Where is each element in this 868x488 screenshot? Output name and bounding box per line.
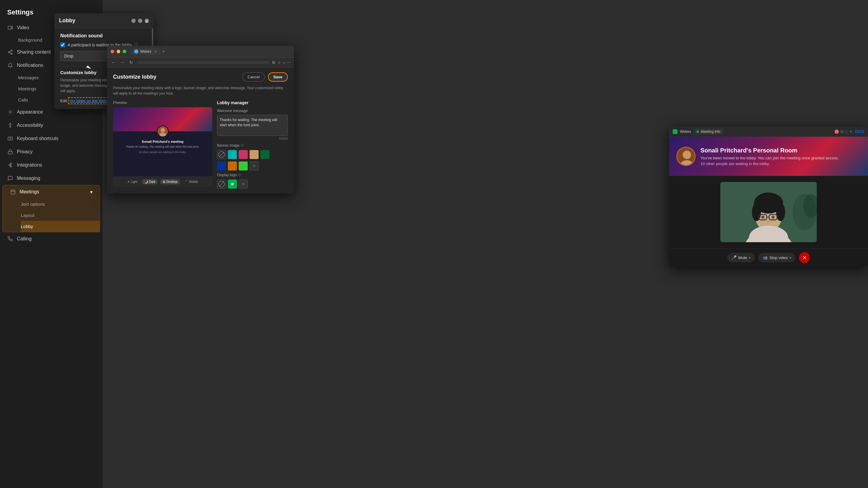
mute-label: Mute (738, 255, 747, 260)
svg-line-4 (9, 53, 11, 53)
nav-meetings-label: Meetings (20, 189, 39, 195)
video-chevron: ▾ (789, 256, 791, 259)
more-action-icon[interactable]: ⋯ (287, 60, 291, 65)
browser-titlebar: Webex ✕ + (107, 46, 294, 58)
meeting-video-area (669, 176, 868, 248)
color-swatch-blue-green[interactable] (228, 150, 237, 159)
preview-dark-btn[interactable]: 🌙 Dark (142, 179, 158, 184)
box-logo: box (855, 128, 864, 135)
color-swatch-pink[interactable] (239, 150, 248, 159)
meeting-window-controls: ⊟ □ ✕ box (835, 128, 864, 135)
customize-lobby-browser: Webex ✕ + ← → ↻ ⚙ ☆ ⌂ ⋯ Customize lobby … (107, 46, 294, 193)
save-button[interactable]: Save (268, 72, 288, 82)
preview-meeting-title: Sonali Pritchard's meeting (118, 140, 207, 143)
meeting-titlebar: Webex Meeting info ⊟ □ ✕ box (669, 127, 868, 137)
nav-item-keyboard-shortcuts[interactable]: Keyboard shortcuts (0, 132, 102, 145)
preview-section: Preview Sonali Pritchard's meeting (113, 100, 212, 189)
nav-item-messaging[interactable]: Messaging (0, 172, 102, 185)
browser-tab-webex[interactable]: Webex ✕ (131, 48, 160, 55)
home-action-icon[interactable]: ⌂ (283, 60, 285, 65)
browser-close-btn[interactable] (111, 50, 114, 53)
settings-action-icon[interactable]: ⚙ (272, 60, 276, 65)
preview-mobile-btn[interactable]: 📱 Mobile (182, 179, 200, 184)
color-swatch-tan[interactable] (250, 150, 258, 159)
privacy-icon (7, 149, 13, 155)
stop-video-button[interactable]: 📹 Stop video ▾ (758, 253, 795, 262)
refresh-btn[interactable]: ↻ (128, 59, 134, 65)
logo-options: W + (217, 180, 288, 189)
video-icon (7, 25, 13, 31)
lobby-modal-title: Lobby (59, 18, 75, 24)
nav-meetings-section: Meetings ▾ Join options Layout Lobby (2, 185, 100, 232)
notification-sound-title: Notification sound (60, 33, 148, 38)
meeting-room-title: Sonali Pritchard's Personal Room (701, 147, 861, 154)
end-call-button[interactable]: ✕ (799, 252, 810, 263)
color-add-swatch[interactable]: + (250, 161, 258, 170)
logo-label: Display logo ⓘ (217, 173, 288, 177)
lobby-manager-title: Lobby manager (217, 100, 288, 105)
preview-avatar (157, 125, 169, 137)
preview-light-btn[interactable]: ☀ Light (125, 179, 140, 184)
mute-button[interactable]: 🎤 Mute ▾ (727, 253, 755, 262)
color-grid-row2: + (217, 161, 288, 170)
customize-lobby-panel: Customize lobby Cancel Save Personalize … (107, 67, 294, 193)
nav-keyboard-label: Keyboard shortcuts (17, 136, 59, 141)
forward-btn[interactable]: → (119, 59, 126, 65)
banner-info-icon: ⓘ (241, 143, 244, 148)
preview-controls: ☀ Light 🌙 Dark 🖥 Desktop 📱 Mobile (113, 176, 212, 187)
svg-point-7 (10, 123, 11, 124)
star-action-icon[interactable]: ☆ (277, 60, 281, 65)
sidebar-item-layout[interactable]: Layout (21, 210, 100, 221)
color-swatch-dark-green[interactable] (260, 150, 270, 159)
modal-close-btn[interactable]: ✕ (145, 19, 149, 23)
color-grid-row1 (217, 150, 288, 159)
browser-tab-label: Webex (140, 50, 151, 54)
nav-item-calling[interactable]: Calling (0, 232, 102, 246)
nav-item-integrations[interactable]: Integrations (0, 158, 102, 172)
svg-line-20 (219, 152, 224, 157)
welcome-textarea[interactable]: Thanks for waiting. The meeting will sta… (217, 115, 288, 136)
nav-item-privacy[interactable]: Privacy (0, 145, 102, 158)
modal-minimize-btn[interactable] (131, 19, 135, 23)
char-count: 70/200 (217, 137, 288, 140)
nav-privacy-label: Privacy (17, 149, 33, 155)
browser-min-btn[interactable] (117, 50, 120, 53)
browser-tab-close[interactable]: ✕ (154, 50, 157, 53)
nav-item-meetings[interactable]: Meetings ▾ (3, 185, 100, 198)
svg-point-39 (772, 216, 775, 219)
svg-point-24 (683, 151, 691, 159)
meeting-more-icon[interactable]: ✕ (849, 130, 852, 134)
lobby-checkbox[interactable] (60, 42, 65, 47)
welcome-label: Welcome message (217, 109, 288, 113)
modal-maximize-btn[interactable] (138, 19, 142, 23)
url-bar[interactable] (136, 61, 270, 64)
svg-point-1 (11, 50, 12, 52)
color-swatch-orange[interactable] (228, 161, 237, 170)
color-swatch-light-green[interactable] (239, 161, 248, 170)
customize-panel-title: Customize lobby (113, 74, 156, 80)
logo-none[interactable] (217, 180, 226, 189)
messaging-icon (7, 175, 13, 181)
logo-webex[interactable]: W (228, 180, 237, 189)
meetings-chevron: ▾ (90, 189, 93, 195)
svg-point-12 (10, 166, 12, 167)
browser-add-tab-btn[interactable]: + (162, 49, 165, 54)
nav-messaging-label: Messaging (17, 175, 40, 181)
calling-icon (7, 236, 13, 242)
back-btn[interactable]: ← (110, 59, 117, 65)
stop-video-label: Stop video (770, 255, 788, 260)
color-swatch-none[interactable] (217, 150, 226, 159)
svg-line-5 (9, 51, 11, 52)
svg-point-40 (767, 221, 770, 223)
meeting-close-btn[interactable] (835, 130, 839, 134)
cancel-button[interactable]: Cancel (242, 72, 265, 82)
sidebar-item-join-options[interactable]: Join options (21, 198, 100, 210)
color-swatch-dark-blue[interactable] (217, 161, 226, 170)
svg-point-34 (776, 203, 785, 221)
browser-max-btn[interactable] (123, 50, 126, 53)
nav-item-accessibility[interactable]: Accessibility (0, 119, 102, 132)
preview-desktop-btn[interactable]: 🖥 Desktop (160, 179, 180, 184)
logo-add[interactable]: + (239, 180, 248, 189)
meeting-status-text: You've been moved to the lobby. You can … (701, 156, 861, 160)
sidebar-item-lobby[interactable]: Lobby (21, 221, 100, 232)
